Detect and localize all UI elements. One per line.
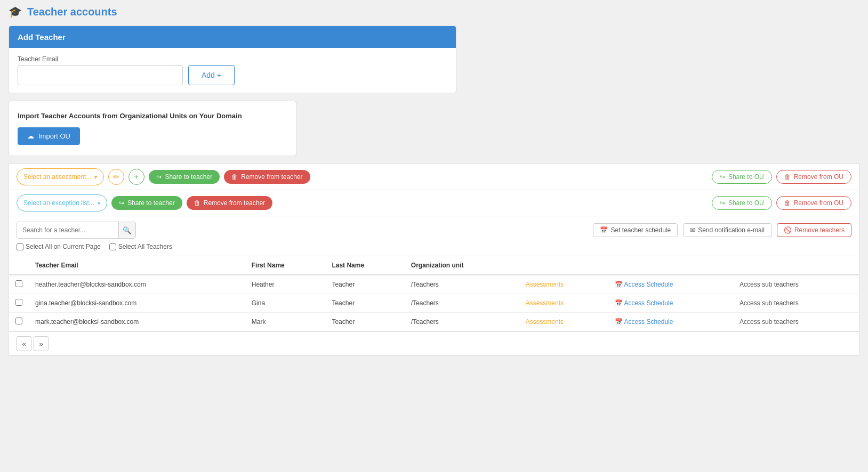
exception-dropdown[interactable]: Select an exception list... ▾ [17, 194, 107, 211]
assessment-dropdown[interactable]: Select an assessment... ▾ [17, 168, 104, 185]
row-last-name: Teacher [325, 275, 404, 294]
toolbar-right-2: ↪ Share to OU 🗑 Remove from OU [712, 196, 851, 210]
row-last-name: Teacher [325, 313, 404, 331]
table-row: mark.teacher@blocksi-sandbox.com Mark Te… [9, 313, 859, 331]
import-ou-card: Import Teacher Accounts from Organizatio… [9, 101, 296, 156]
assessments-link[interactable]: Assessments [526, 299, 564, 307]
access-sub-teachers-link[interactable]: Access sub teachers [740, 281, 799, 288]
trash-icon-2: 🗑 [194, 199, 200, 207]
select-current-page-checkbox[interactable] [17, 243, 23, 250]
table-row: gina.teacher@blocksi-sandbox.com Gina Te… [9, 294, 859, 313]
edit-icon-button[interactable]: ✏ [108, 169, 124, 185]
row-checkbox-cell [9, 275, 29, 294]
row-assessments[interactable]: Assessments [519, 275, 608, 294]
row-checkbox[interactable] [15, 318, 22, 324]
import-ou-button[interactable]: ☁ Import OU [18, 127, 80, 145]
add-teacher-button[interactable]: Add + [188, 65, 235, 85]
share-ou-icon-1: ↪ [720, 173, 725, 181]
select-all-teachers-label[interactable]: Select All Teachers [109, 243, 172, 250]
pagination: « » [9, 332, 859, 356]
col-last-name: Last Name [325, 256, 404, 275]
import-description: Import Teacher Accounts from Organizatio… [18, 112, 287, 120]
add-teacher-card-header: Add Teacher [9, 26, 456, 48]
toolbar-row-1: Select an assessment... ▾ ✏ ＋ ↪ Share to… [9, 164, 859, 190]
trash-ou-icon-2: 🗑 [784, 199, 791, 207]
access-schedule-link[interactable]: 📅 Access Schedule [615, 281, 673, 288]
add-teacher-form-row: Add + [18, 65, 447, 85]
row-email: heather.teacher@blocksi-sandbox.com [29, 275, 245, 294]
access-schedule-link[interactable]: 📅 Access Schedule [615, 318, 673, 325]
next-page-button[interactable]: » [34, 336, 49, 351]
share-ou-icon-2: ↪ [720, 199, 725, 207]
graduation-cap-icon: 🎓 [9, 5, 22, 18]
select-current-page-label[interactable]: Select All on Current Page [17, 243, 101, 250]
ban-icon: 🚫 [784, 226, 792, 234]
row-first-name: Gina [245, 294, 326, 313]
search-right: 📅 Set teacher schedule ✉ Send notificati… [593, 223, 851, 237]
select-all-teachers-checkbox[interactable] [109, 243, 116, 250]
access-sub-teachers-link[interactable]: Access sub teachers [740, 299, 799, 307]
remove-teachers-button[interactable]: 🚫 Remove teachers [777, 223, 851, 237]
remove-from-ou-btn-2[interactable]: 🗑 Remove from OU [776, 196, 851, 210]
add-teacher-card-body: Teacher Email Add + [9, 48, 456, 93]
share-icon-2: ↪ [119, 199, 124, 207]
assessments-link[interactable]: Assessments [526, 281, 564, 288]
remove-from-teacher-btn-2[interactable]: 🗑 Remove from teacher [187, 196, 272, 210]
row-last-name: Teacher [325, 294, 404, 313]
assessments-link[interactable]: Assessments [526, 318, 564, 325]
row-org-unit: /Teachers [405, 275, 519, 294]
row-access-schedule[interactable]: 📅 Access Schedule [608, 275, 733, 294]
row-org-unit: /Teachers [405, 294, 519, 313]
row-assessments[interactable]: Assessments [519, 313, 608, 331]
share-to-teacher-btn-2[interactable]: ↪ Share to teacher [111, 196, 182, 210]
remove-from-ou-btn-1[interactable]: 🗑 Remove from OU [776, 170, 851, 184]
plus-icon-button[interactable]: ＋ [128, 169, 144, 185]
row-checkbox-cell [9, 313, 29, 331]
set-teacher-schedule-button[interactable]: 📅 Set teacher schedule [593, 223, 678, 237]
toolbar-row-2: Select an exception list... ▾ ↪ Share to… [9, 190, 859, 216]
add-teacher-card: Add Teacher Teacher Email Add + [9, 26, 456, 93]
checkbox-row: Select All on Current Page Select All Te… [17, 243, 851, 250]
share-to-ou-btn-2[interactable]: ↪ Share to OU [712, 196, 772, 210]
share-icon-1: ↪ [156, 173, 162, 181]
col-org-unit: Organization unit [405, 256, 519, 275]
toolbar-right-1: ↪ Share to OU 🗑 Remove from OU [712, 170, 851, 184]
row-access-schedule[interactable]: 📅 Access Schedule [608, 294, 733, 313]
import-ou-card-body: Import Teacher Accounts from Organizatio… [9, 101, 296, 156]
email-icon: ✉ [690, 226, 695, 234]
chevron-down-exception-icon: ▾ [98, 200, 100, 206]
trash-icon-1: 🗑 [231, 173, 238, 181]
remove-from-teacher-btn-1[interactable]: 🗑 Remove from teacher [224, 170, 310, 184]
row-email: gina.teacher@blocksi-sandbox.com [29, 294, 245, 313]
teachers-table-wrap: Teacher Email First Name Last Name Organ… [9, 256, 859, 332]
table-header-row: Teacher Email First Name Last Name Organ… [9, 256, 859, 275]
row-first-name: Heather [245, 275, 326, 294]
send-notification-button[interactable]: ✉ Send notification e-mail [683, 223, 771, 237]
search-input[interactable] [17, 222, 118, 238]
access-schedule-link[interactable]: 📅 Access Schedule [615, 299, 673, 307]
share-to-ou-btn-1[interactable]: ↪ Share to OU [712, 170, 772, 184]
teacher-email-label: Teacher Email [18, 55, 447, 63]
row-access-sub[interactable]: Access sub teachers [733, 275, 859, 294]
row-access-sub[interactable]: Access sub teachers [733, 294, 859, 313]
row-first-name: Mark [245, 313, 326, 331]
share-to-teacher-btn-1[interactable]: ↪ Share to teacher [149, 170, 220, 184]
col-checkbox [9, 256, 29, 275]
search-button[interactable]: 🔍 [118, 222, 135, 238]
teachers-table: Teacher Email First Name Last Name Organ… [9, 256, 859, 331]
row-checkbox[interactable] [15, 299, 22, 306]
col-assessments [519, 256, 608, 275]
row-assessments[interactable]: Assessments [519, 294, 608, 313]
teacher-email-input[interactable] [18, 65, 183, 85]
row-access-sub[interactable]: Access sub teachers [733, 313, 859, 331]
row-org-unit: /Teachers [405, 313, 519, 331]
access-sub-teachers-link[interactable]: Access sub teachers [740, 318, 799, 325]
prev-page-button[interactable]: « [17, 336, 31, 351]
col-access-schedule [608, 256, 733, 275]
row-email: mark.teacher@blocksi-sandbox.com [29, 313, 245, 331]
row-access-schedule[interactable]: 📅 Access Schedule [608, 313, 733, 331]
calendar-icon: 📅 [600, 226, 608, 234]
row-checkbox[interactable] [15, 280, 22, 287]
search-row: 🔍 📅 Set teacher schedule ✉ Send notifica… [17, 222, 851, 239]
table-row: heather.teacher@blocksi-sandbox.com Heat… [9, 275, 859, 294]
